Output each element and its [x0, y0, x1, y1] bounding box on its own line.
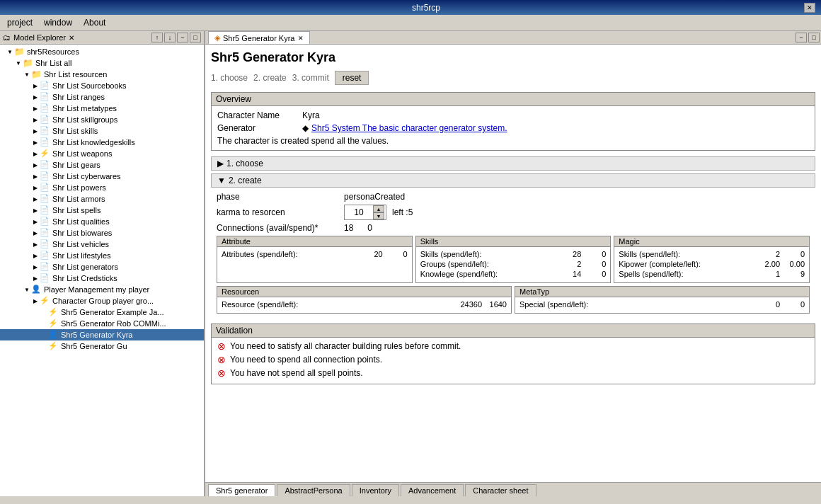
file-icon-metatypes: 📄: [40, 103, 51, 113]
tree-item-shr5genexample[interactable]: ⚡ Shr5 Generator Example Ja...: [0, 307, 204, 318]
model-explorer-icon: 🗂: [3, 33, 11, 42]
tree-item-skillgroups[interactable]: ▶ 📄 Shr List skillgroups: [0, 114, 204, 125]
arrow-weapons: ▶: [31, 151, 40, 157]
panel-title: Model Explorer: [13, 33, 66, 42]
tree-item-ranges[interactable]: ▶ 📄 Shr List ranges: [0, 91, 204, 103]
generator-link[interactable]: Shr5 System The basic character generato…: [311, 123, 507, 133]
overview-description: The character is created spend all the v…: [217, 136, 809, 146]
tree-item-shrlistall[interactable]: ▼ 📁 Shr List all: [0, 57, 204, 69]
tab-minimize-btn[interactable]: −: [796, 33, 807, 42]
tree-item-shr5genrob[interactable]: ⚡ Shr5 Generator Rob COMMi...: [0, 318, 204, 329]
arrow-ranges: ▶: [31, 94, 40, 101]
menu-project[interactable]: project: [3, 16, 37, 29]
arrow-powers: ▶: [31, 185, 40, 191]
arrow-skillgroups: ▶: [31, 117, 40, 123]
tree-item-armors[interactable]: ▶ 📄 Shr List armors: [0, 193, 204, 205]
tab-maximize-btn[interactable]: □: [808, 33, 820, 42]
file-icon-skills: 📄: [40, 126, 51, 136]
tree-item-shr5genkyra[interactable]: 👤 Shr5 Generator Kyra: [0, 329, 204, 340]
error-icon-0: ⊗: [217, 340, 226, 352]
overview-title-text: Overview: [216, 94, 251, 104]
menu-window[interactable]: window: [40, 16, 76, 29]
file-icon-knowledgeskills: 📄: [40, 137, 51, 147]
create-header[interactable]: ▼ 2. create: [211, 173, 815, 188]
choose-title: 1. choose: [226, 159, 263, 168]
spinbox-up[interactable]: ▲: [373, 205, 384, 212]
tree-item-skills[interactable]: ▶ 📄 Shr List skills: [0, 125, 204, 137]
tab-shr5genkyra[interactable]: ◈ Shr5 Generator Kyra ✕: [208, 31, 310, 44]
overview-content: Character Name Kyra Generator ◆ Shr5 Sys…: [212, 106, 815, 150]
overview-section: Overview Character Name Kyra Generator ◆…: [211, 92, 815, 151]
tree-item-sourcebooks[interactable]: ▶ 📄 Shr List Sourcebooks: [0, 80, 204, 91]
metatyp-content: Special (spend/left): 0 0: [515, 297, 809, 313]
bottom-tab-abstractpersona[interactable]: AbstractPersona: [277, 484, 350, 496]
tree-item-metatypes[interactable]: ▶ 📄 Shr List metatypes: [0, 103, 204, 114]
tree-item-vehicles[interactable]: ▶ 📄 Shr List vehicles: [0, 239, 204, 250]
tree-item-gears[interactable]: ▶ 📄 Shr List gears: [0, 159, 204, 171]
panel-btn-maximize[interactable]: □: [190, 33, 201, 42]
close-button[interactable]: ✕: [804, 3, 815, 13]
tree-label-shr5gengu: Shr5 Generator Gu: [61, 342, 127, 350]
tree-item-credsticks[interactable]: ▶ 📄 Shr List Credsticks: [0, 273, 204, 284]
arrow-credsticks: ▶: [31, 275, 40, 282]
bottom-tab-label-1: AbstractPersona: [285, 486, 342, 495]
bottom-tab-advancement[interactable]: Advancement: [401, 484, 464, 496]
file-icon-ranges: 📄: [40, 92, 51, 102]
skills-val1-0: 28: [556, 250, 581, 258]
panel-btn-minimize[interactable]: −: [177, 33, 188, 42]
choose-section: ▶ 1. choose: [211, 156, 815, 171]
special-icon-shr5genexample: ⚡: [48, 307, 59, 317]
tree-label-ranges: Shr List ranges: [52, 93, 105, 101]
bottom-tab-charactersheet[interactable]: Character sheet: [465, 484, 536, 496]
spinbox-down[interactable]: ▼: [373, 212, 384, 219]
karma-input[interactable]: 10: [345, 207, 373, 217]
metatyp-title: MetaTyp: [515, 287, 809, 297]
tree-item-qualities[interactable]: ▶ 📄 Shr List qualities: [0, 216, 204, 227]
bottom-tab-inventory[interactable]: Inventory: [352, 484, 399, 496]
tree-item-spells[interactable]: ▶ 📄 Shr List spells: [0, 205, 204, 216]
create-title: 2. create: [229, 176, 262, 185]
tree-item-playermgmt[interactable]: ▼ 👤 Player Management my player: [0, 284, 204, 295]
tree-item-shrlistresourcen[interactable]: ▼ 📁 Shr List resourcen: [0, 69, 204, 80]
tree-item-chargroup[interactable]: ▶ ⚡ Character Group player gro...: [0, 295, 204, 307]
skills-row-0: Skills (spend/left): 28 0: [420, 250, 607, 258]
magic-val1-2: 1: [755, 270, 780, 278]
tab-close-shr5genkyra[interactable]: ✕: [298, 35, 304, 42]
magic-label-0: Skills (spend/left):: [619, 250, 755, 258]
panel-header-controls[interactable]: ↑ ↓ − □: [151, 33, 201, 42]
file-icon-lifestyles: 📄: [40, 251, 51, 260]
reset-button[interactable]: reset: [335, 71, 369, 85]
validation-text-2: You have not spend all spell points.: [230, 368, 363, 378]
tree-item-cyberwares[interactable]: ▶ 📄 Shr List cyberwares: [0, 171, 204, 182]
spinbox-btns: ▲ ▼: [373, 205, 384, 219]
tree-item-powers[interactable]: ▶ 📄 Shr List powers: [0, 182, 204, 193]
tree-item-lifestyles[interactable]: ▶ 📄 Shr List lifestyles: [0, 250, 204, 261]
tree-item-knowledgeskills[interactable]: ▶ 📄 Shr List knowledgeskills: [0, 137, 204, 148]
tree-item-weapons[interactable]: ▶ ⚡ Shr List weapons: [0, 148, 204, 159]
tree-item-generators[interactable]: ▶ 📄 Shr List generators: [0, 261, 204, 273]
step-3: 3. commit: [292, 73, 329, 83]
skills-val2-2: 0: [581, 270, 606, 278]
arrow-armors: ▶: [31, 196, 40, 202]
generator-row: Generator ◆ Shr5 System The basic charac…: [217, 123, 809, 133]
panel-btn-1[interactable]: ↑: [151, 33, 163, 42]
karma-spinbox[interactable]: 10 ▲ ▼: [344, 205, 386, 220]
tree-label-shrlistall: Shr List all: [35, 59, 71, 67]
validation-text-0: You need to satisfy all character buildi…: [230, 341, 461, 351]
tree-item-biowares[interactable]: ▶ 📄 Shr List biowares: [0, 227, 204, 239]
tree-label-lifestyles: Shr List lifestyles: [52, 251, 111, 260]
choose-header[interactable]: ▶ 1. choose: [211, 156, 815, 171]
arrow-vehicles: ▶: [31, 241, 40, 248]
panel-btn-2[interactable]: ↓: [164, 33, 176, 42]
page-title: Shr5 Generator Kyra: [211, 50, 815, 65]
arrow-chargroup: ▶: [31, 298, 40, 304]
tree-label-shr5genkyra: Shr5 Generator Kyra: [61, 331, 133, 339]
bottom-tab-label-4: Character sheet: [473, 486, 528, 495]
tree-item-shr5resources[interactable]: ▼ 📁 shr5Resources: [0, 46, 204, 57]
panel-close-icon[interactable]: ✕: [69, 34, 74, 42]
menu-about[interactable]: About: [79, 16, 110, 29]
tree-label-biowares: Shr List biowares: [52, 229, 112, 237]
step-1: 1. choose: [211, 73, 248, 83]
bottom-tab-shr5generator[interactable]: Shr5 generator: [208, 484, 275, 496]
tree-item-shr5gengu[interactable]: ⚡ Shr5 Generator Gu: [0, 340, 204, 352]
